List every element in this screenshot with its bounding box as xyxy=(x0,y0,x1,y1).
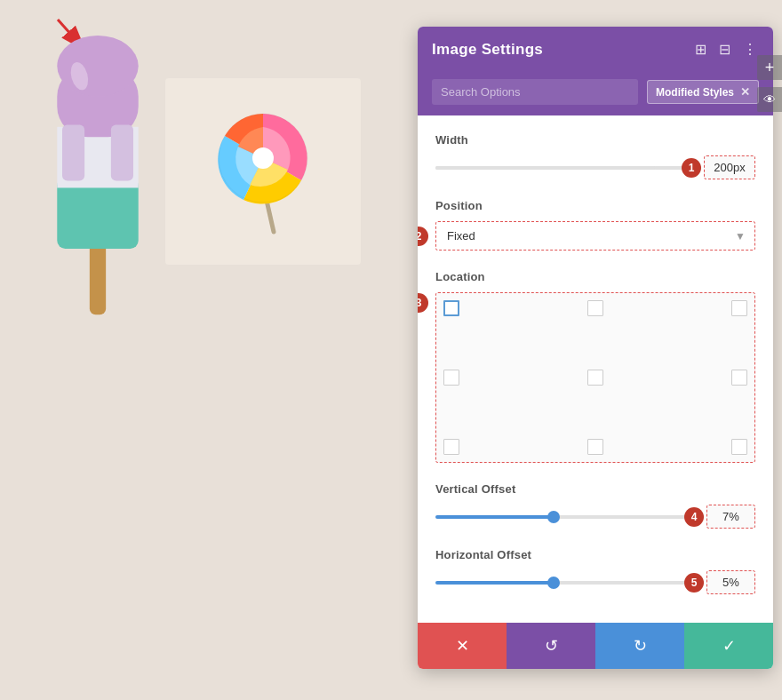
badge-label: Modified Styles xyxy=(656,86,734,99)
vertical-offset-label: Vertical Offset xyxy=(435,482,755,496)
grid-row-3 xyxy=(443,439,747,455)
panel-content: Width 1 200px Position 2 Fixed Absolut xyxy=(418,115,773,623)
position-label: Position xyxy=(435,199,755,212)
svg-rect-7 xyxy=(62,125,84,181)
add-button[interactable]: + xyxy=(757,55,782,80)
width-slider-fill xyxy=(435,166,656,170)
position-badge-num: 2 xyxy=(418,227,428,246)
horizontal-offset-slider[interactable] xyxy=(435,581,696,585)
horizontal-offset-label: Horizontal Offset xyxy=(435,548,755,561)
position-select-wrapper: Fixed Absolute Relative Static ▼ xyxy=(435,221,755,251)
horizontal-offset-value-box[interactable]: 5 5% xyxy=(706,570,755,594)
grid-cell-tr[interactable] xyxy=(731,300,747,316)
panel-title: Image Settings xyxy=(432,41,543,59)
svg-point-12 xyxy=(252,147,274,169)
cancel-icon: ✕ xyxy=(456,636,469,656)
location-grid xyxy=(435,292,755,463)
search-input[interactable] xyxy=(432,79,638,105)
columns-icon[interactable]: ⊟ xyxy=(717,39,732,60)
badge-close-icon[interactable]: ✕ xyxy=(740,85,750,99)
vertical-badge-num: 4 xyxy=(684,507,704,527)
width-value: 200px xyxy=(714,161,745,174)
horizontal-offset-section: Horizontal Offset 5 5% xyxy=(435,548,755,594)
redo-button[interactable]: ↻ xyxy=(595,623,684,669)
settings-panel: Image Settings ⊞ ⊟ ⋮ Modified Styles ✕ W… xyxy=(418,27,773,669)
grid-cell-bl[interactable] xyxy=(443,439,459,455)
lollipop-area xyxy=(165,78,361,265)
width-label: Width xyxy=(435,133,755,147)
redo-icon: ↻ xyxy=(634,636,647,656)
position-select[interactable]: Fixed Absolute Relative Static xyxy=(436,222,754,250)
undo-icon: ↺ xyxy=(545,636,558,656)
width-badge-num: 1 xyxy=(682,158,701,178)
horizontal-offset-row: 5 5% xyxy=(435,570,755,594)
width-slider-track[interactable] xyxy=(435,166,695,170)
grid-cell-mr[interactable] xyxy=(731,370,747,386)
width-value-box[interactable]: 1 200px xyxy=(704,155,755,179)
panel-header: Image Settings ⊞ ⊟ ⋮ xyxy=(418,27,773,72)
horizontal-badge-num: 5 xyxy=(684,573,704,593)
grid-cell-tl[interactable] xyxy=(443,300,459,316)
modified-styles-badge[interactable]: Modified Styles ✕ xyxy=(647,80,759,104)
vertical-offset-value: 7% xyxy=(722,510,739,523)
lollipop-image xyxy=(210,100,316,243)
location-section: Location 3 xyxy=(435,270,755,463)
cancel-button[interactable]: ✕ xyxy=(418,623,507,669)
undo-button[interactable]: ↺ xyxy=(507,623,595,669)
location-badge-num: 3 xyxy=(418,293,428,313)
svg-rect-2 xyxy=(90,239,106,315)
position-section: Position 2 Fixed Absolute Relative Stati… xyxy=(435,199,755,251)
svg-rect-8 xyxy=(111,125,133,181)
popsicle-image xyxy=(27,36,169,320)
location-label: Location xyxy=(435,270,755,283)
width-row: 1 200px xyxy=(435,155,755,179)
search-bar: Modified Styles ✕ xyxy=(418,72,773,115)
vertical-offset-row: 4 7% xyxy=(435,505,755,529)
grid-row-2 xyxy=(443,370,747,386)
save-icon: ✓ xyxy=(722,636,736,656)
eye-button[interactable]: 👁 xyxy=(757,87,782,112)
svg-rect-3 xyxy=(57,178,138,249)
panel-footer: ✕ ↺ ↻ ✓ xyxy=(418,623,773,669)
grid-cell-ml[interactable] xyxy=(443,370,459,386)
vertical-offset-slider[interactable] xyxy=(435,515,696,519)
svg-point-6 xyxy=(57,36,138,97)
grid-cell-bc[interactable] xyxy=(587,439,603,455)
width-section: Width 1 200px xyxy=(435,133,755,179)
save-button[interactable]: ✓ xyxy=(684,623,773,669)
grid-cell-tc[interactable] xyxy=(587,300,603,316)
vertical-offset-section: Vertical Offset 4 7% xyxy=(435,482,755,529)
location-grid-wrapper: 3 xyxy=(435,292,755,463)
grid-cell-br[interactable] xyxy=(731,439,747,455)
vertical-offset-value-box[interactable]: 4 7% xyxy=(706,505,755,529)
header-icons: ⊞ ⊟ ⋮ xyxy=(693,39,759,60)
grid-cell-mc[interactable] xyxy=(587,370,603,386)
grid-row-1 xyxy=(443,300,747,316)
horizontal-offset-value: 5% xyxy=(722,576,739,589)
more-options-icon[interactable]: ⋮ xyxy=(741,39,759,60)
fullscreen-icon[interactable]: ⊞ xyxy=(693,39,708,60)
